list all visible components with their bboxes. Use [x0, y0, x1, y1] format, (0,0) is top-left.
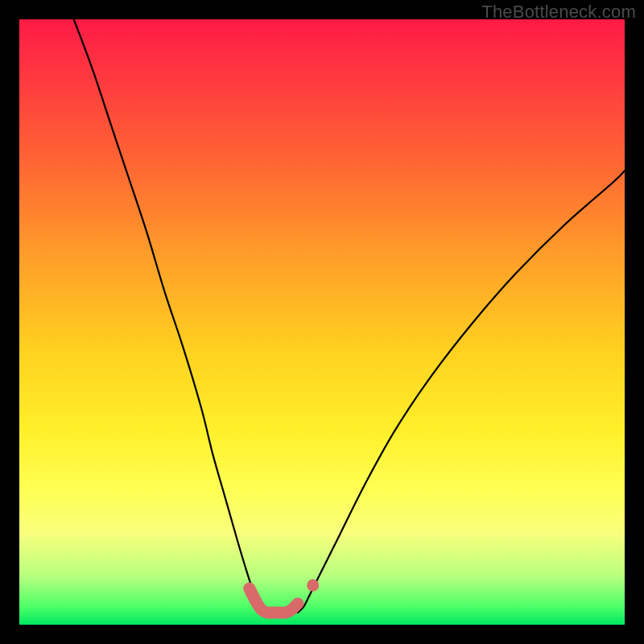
curve-left-branch — [74, 19, 270, 613]
watermark-label: TheBottleneck.com — [481, 2, 636, 23]
highlight-minimum-segment — [250, 588, 298, 613]
curve-right-branch — [298, 171, 625, 613]
chart-area — [19, 19, 625, 625]
highlight-marker-dot — [307, 580, 319, 592]
bottleneck-chart — [19, 19, 625, 625]
